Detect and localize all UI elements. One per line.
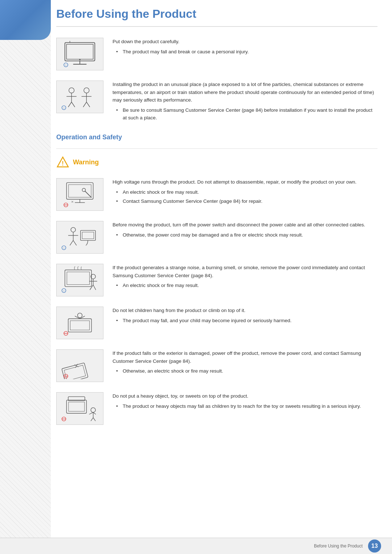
warning-main-6: Do not put a heavy object, toy, or sweet… bbox=[113, 392, 377, 400]
warning-image-6 bbox=[56, 392, 103, 425]
svg-point-67 bbox=[91, 408, 95, 413]
svg-point-27 bbox=[82, 188, 85, 192]
svg-text:i: i bbox=[64, 247, 64, 250]
warning-bullets-5: Otherwise, an electric shock or fire may… bbox=[113, 367, 377, 375]
svg-rect-38 bbox=[82, 232, 94, 239]
warning-image-3: i bbox=[56, 264, 103, 296]
moving-icon: i bbox=[60, 223, 100, 251]
workers-icon: i bbox=[60, 83, 100, 111]
repair-icon bbox=[60, 181, 100, 208]
warning-text-1: High voltage runs through the product. D… bbox=[113, 178, 377, 207]
warning-main-2: Before moving the product, turn off the … bbox=[113, 221, 377, 229]
heavy-object-icon bbox=[60, 395, 100, 422]
fallen-monitor-icon bbox=[60, 352, 100, 379]
warning-text-2: Before moving the product, turn off the … bbox=[113, 221, 377, 240]
bullet-item: The product may fall, and your child may… bbox=[116, 317, 377, 325]
svg-rect-42 bbox=[67, 272, 89, 285]
bullet-item: Otherwise, an electric shock or fire may… bbox=[116, 367, 377, 375]
warning-bullets-1: An electric shock or fire may result. Co… bbox=[113, 188, 377, 205]
footer-text: Before Using the Product bbox=[314, 543, 363, 549]
warning-text-5: If the product falls or the exterior is … bbox=[113, 349, 377, 377]
warning-image-4 bbox=[56, 307, 103, 339]
svg-rect-23 bbox=[69, 185, 91, 197]
warning-icon: ! bbox=[56, 156, 69, 169]
footer-page-number: 13 bbox=[368, 539, 381, 553]
item-image-2: i bbox=[56, 81, 103, 113]
warning-image-1 bbox=[56, 178, 103, 211]
bullet-item: The product may fall and break or cause … bbox=[116, 48, 377, 56]
item-bullets-1: The product may fall and break or cause … bbox=[113, 48, 377, 56]
svg-text:!: ! bbox=[62, 160, 64, 167]
warning-item-5: If the product falls or the exterior is … bbox=[56, 349, 377, 382]
content-item-1: i Put down the product carefully. The pr… bbox=[56, 38, 377, 70]
warning-bullets-2: Otherwise, the power cord may be damaged… bbox=[113, 231, 377, 239]
left-sidebar bbox=[0, 0, 51, 554]
section-heading: Operation and Safety bbox=[56, 134, 377, 141]
warning-image-2: i bbox=[56, 221, 103, 254]
warning-label: Warning bbox=[73, 159, 99, 166]
monitor-icon: i bbox=[60, 41, 100, 68]
item-text-2: Installing the product in an unusual pla… bbox=[113, 81, 377, 123]
warning-text-4: Do not let children hang from the produc… bbox=[113, 307, 377, 326]
item-bullets-2: Be sure to consult Samsung Customer Serv… bbox=[113, 106, 377, 122]
item-main-text-2: Installing the product in an unusual pla… bbox=[113, 81, 377, 104]
svg-line-16 bbox=[83, 102, 86, 107]
warning-item-4: Do not let children hang from the produc… bbox=[56, 307, 377, 339]
svg-rect-58 bbox=[62, 363, 88, 379]
sidebar-accent bbox=[0, 0, 51, 40]
children-icon bbox=[60, 309, 100, 336]
warning-bullets-6: The product or heavy objects may fall as… bbox=[113, 402, 377, 410]
svg-rect-65 bbox=[69, 402, 85, 412]
svg-line-69 bbox=[89, 413, 93, 415]
svg-line-12 bbox=[72, 102, 75, 107]
warning-image-5 bbox=[56, 349, 103, 382]
svg-line-26 bbox=[85, 191, 91, 198]
divider bbox=[56, 148, 377, 149]
bullet-item: An electric shock or fire may result. bbox=[116, 188, 377, 196]
bullet-item: An electric shock or fire may result. bbox=[116, 282, 377, 290]
warning-main-5: If the product falls or the exterior is … bbox=[113, 349, 377, 365]
warning-item-2: i Before moving the product, turn off th… bbox=[56, 221, 377, 254]
warning-item-3: i If the product generates a strange noi… bbox=[56, 264, 377, 296]
svg-point-4 bbox=[79, 59, 81, 60]
item-main-text-1: Put down the product carefully. bbox=[113, 38, 377, 46]
svg-line-71 bbox=[91, 418, 93, 421]
bullet-item: Otherwise, the power cord may be damaged… bbox=[116, 231, 377, 239]
warning-text-3: If the product generates a strange noise… bbox=[113, 264, 377, 291]
item-image-1: i bbox=[56, 38, 103, 70]
svg-line-70 bbox=[93, 413, 96, 415]
svg-text:i: i bbox=[64, 290, 64, 293]
warning-main-1: High voltage runs through the product. D… bbox=[113, 178, 377, 186]
warning-bullets-3: An electric shock or fire may result. bbox=[113, 282, 377, 290]
svg-rect-22 bbox=[66, 183, 93, 200]
footer: Before Using the Product 13 bbox=[0, 538, 392, 554]
svg-rect-0 bbox=[65, 42, 95, 61]
svg-text:i: i bbox=[66, 63, 66, 67]
warning-text-6: Do not put a heavy object, toy, or sweet… bbox=[113, 392, 377, 411]
warning-main-4: Do not let children hang from the produc… bbox=[113, 307, 377, 315]
svg-point-8 bbox=[69, 87, 74, 93]
svg-point-13 bbox=[84, 87, 89, 93]
svg-line-35 bbox=[70, 241, 73, 246]
warning-item-1: High voltage runs through the product. D… bbox=[56, 178, 377, 211]
warning-bullets-4: The product may fall, and your child may… bbox=[113, 317, 377, 325]
svg-line-17 bbox=[86, 102, 90, 107]
smoke-icon: i bbox=[60, 266, 100, 294]
warning-block: ! Warning bbox=[56, 156, 377, 169]
svg-line-11 bbox=[68, 102, 72, 107]
svg-line-72 bbox=[93, 418, 95, 421]
main-content: Before Using the Product i Put down the … bbox=[56, 0, 377, 457]
bullet-item: Contact Samsung Customer Service Center … bbox=[116, 197, 377, 205]
diagonal-pattern bbox=[0, 0, 51, 554]
warning-item-6: Do not put a heavy object, toy, or sweet… bbox=[56, 392, 377, 425]
svg-text:i: i bbox=[64, 106, 64, 110]
bullet-item: The product or heavy objects may fall as… bbox=[116, 402, 377, 410]
item-text-1: Put down the product carefully. The prod… bbox=[113, 38, 377, 57]
svg-rect-41 bbox=[65, 270, 91, 287]
page-title: Before Using the Product bbox=[56, 7, 377, 27]
svg-rect-51 bbox=[70, 321, 89, 330]
svg-line-36 bbox=[73, 241, 77, 246]
svg-point-32 bbox=[71, 227, 75, 232]
svg-point-52 bbox=[78, 313, 82, 318]
bullet-item: Be sure to consult Samsung Customer Serv… bbox=[116, 106, 377, 122]
